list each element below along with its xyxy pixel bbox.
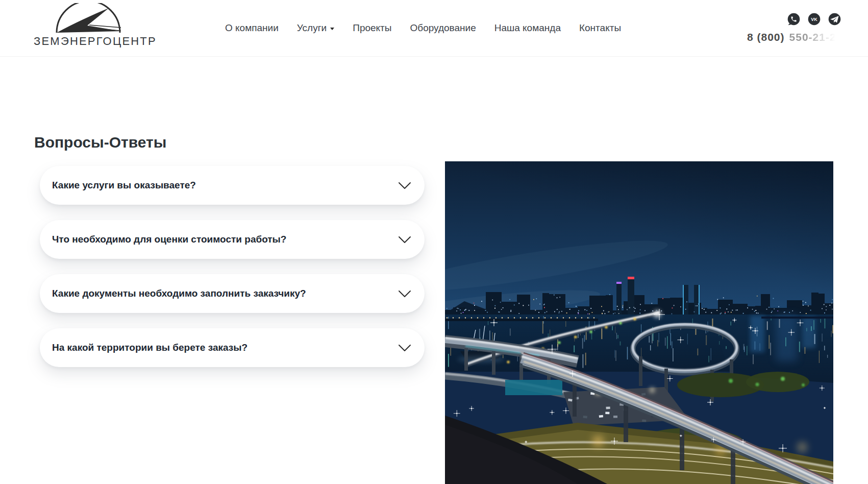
nav-item-services[interactable]: Услуги (297, 22, 334, 34)
city-photo (445, 161, 833, 484)
page: ЗЕМЭНЕРГОЦЕНТР О компании Услуги Проекты… (0, 0, 868, 484)
svg-text:VK: VK (811, 17, 817, 22)
chevron-down-icon (330, 28, 334, 30)
header: ЗЕМЭНЕРГОЦЕНТР О компании Услуги Проекты… (0, 0, 868, 57)
vk-icon[interactable]: VK (807, 12, 821, 26)
nav-label: О компании (225, 22, 279, 34)
faq-question: Какие документы необходимо заполнить зак… (52, 288, 306, 299)
whatsapp-icon[interactable] (787, 12, 801, 26)
nav-label: Контакты (579, 22, 621, 34)
phone-number[interactable]: 8 (800)550-21-2 (747, 31, 836, 43)
nav-item-equipment[interactable]: Оборудование (410, 22, 476, 34)
chevron-down-icon (398, 182, 411, 189)
phone-prefix: 8 (800) (747, 31, 785, 43)
nav-label: Наша команда (494, 22, 561, 34)
faq-item[interactable]: Какие документы необходимо заполнить зак… (40, 274, 425, 313)
logo[interactable]: ЗЕМЭНЕРГОЦЕНТР (34, 3, 141, 48)
chevron-down-icon (398, 344, 411, 352)
nav-item-team[interactable]: Наша команда (494, 22, 561, 34)
nav-item-projects[interactable]: Проекты (353, 22, 391, 34)
faq-accordion: Какие услуги вы оказываете? Что необходи… (40, 166, 425, 382)
faq-item[interactable]: Какие услуги вы оказываете? (40, 166, 425, 205)
phone-rest: 550-21-2 (789, 31, 836, 43)
chevron-down-icon (398, 290, 411, 298)
logo-text: ЗЕМЭНЕРГОЦЕНТР (34, 35, 141, 48)
telegram-icon[interactable] (828, 12, 841, 26)
nav-item-about[interactable]: О компании (225, 22, 279, 34)
faq-question: На какой территории вы берете заказы? (52, 342, 247, 353)
faq-question: Какие услуги вы оказываете? (52, 180, 196, 191)
nav-label: Проекты (353, 22, 391, 34)
nav-label: Оборудование (410, 22, 476, 34)
faq-question: Что необходимо для оценки стоимости рабо… (52, 234, 286, 245)
page-title: Вопросы-Ответы (34, 134, 166, 151)
logo-road-icon (44, 3, 130, 36)
social-links: VK (787, 12, 841, 26)
faq-item[interactable]: Что необходимо для оценки стоимости рабо… (40, 220, 425, 259)
nav-label: Услуги (297, 22, 327, 34)
nav-item-contacts[interactable]: Контакты (579, 22, 621, 34)
chevron-down-icon (398, 236, 411, 244)
faq-item[interactable]: На какой территории вы берете заказы? (40, 328, 425, 367)
main-nav: О компании Услуги Проекты Оборудование Н… (225, 0, 621, 56)
